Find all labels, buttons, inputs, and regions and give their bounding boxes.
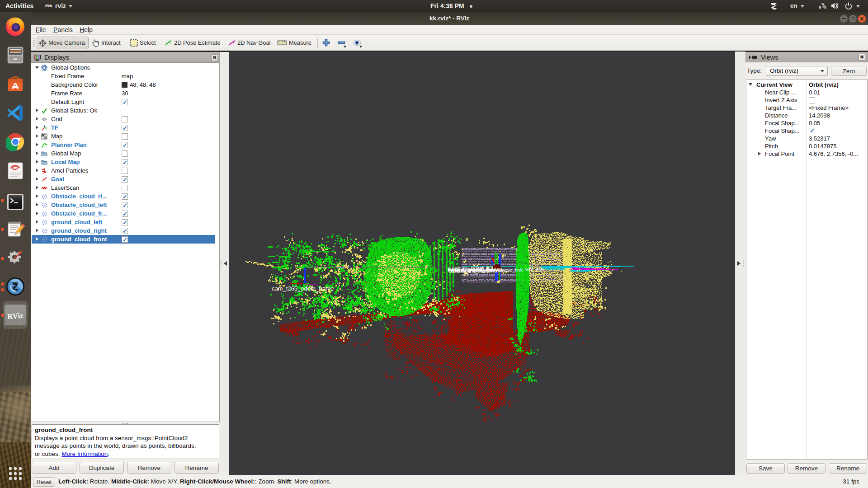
svg-text:RViz: RViz [7, 311, 24, 321]
svg-text:whl_link: whl_link [525, 267, 544, 272]
svg-text:cam_t265_odom_frame: cam_t265_odom_frame [272, 285, 334, 292]
svg-text:camera_odom_fr: camera_odom_fr [452, 265, 490, 271]
svg-text:?: ? [821, 3, 825, 9]
svg-text:A: A [12, 81, 19, 91]
svg-text:base_link: base_link [501, 267, 523, 272]
